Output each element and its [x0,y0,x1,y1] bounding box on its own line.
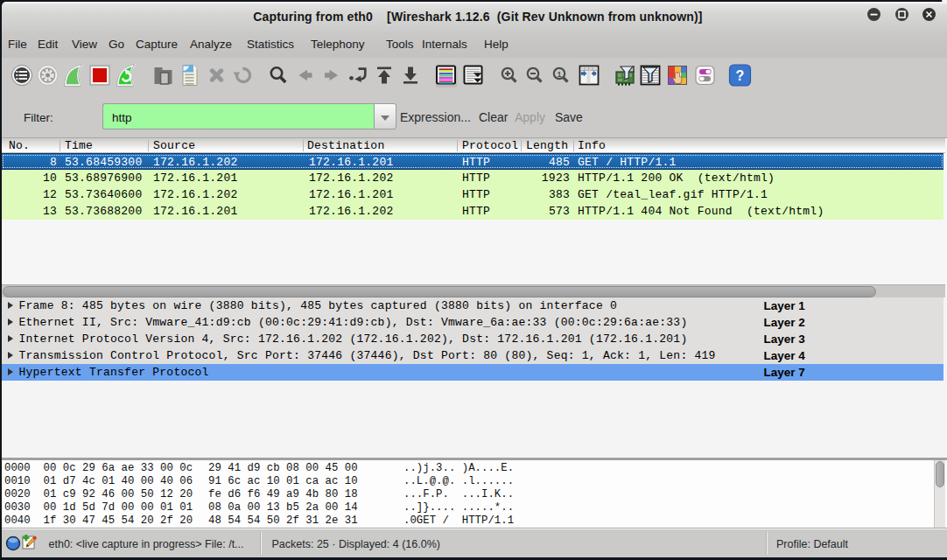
svg-text:1: 1 [557,70,561,79]
svg-text:?: ? [736,68,745,83]
